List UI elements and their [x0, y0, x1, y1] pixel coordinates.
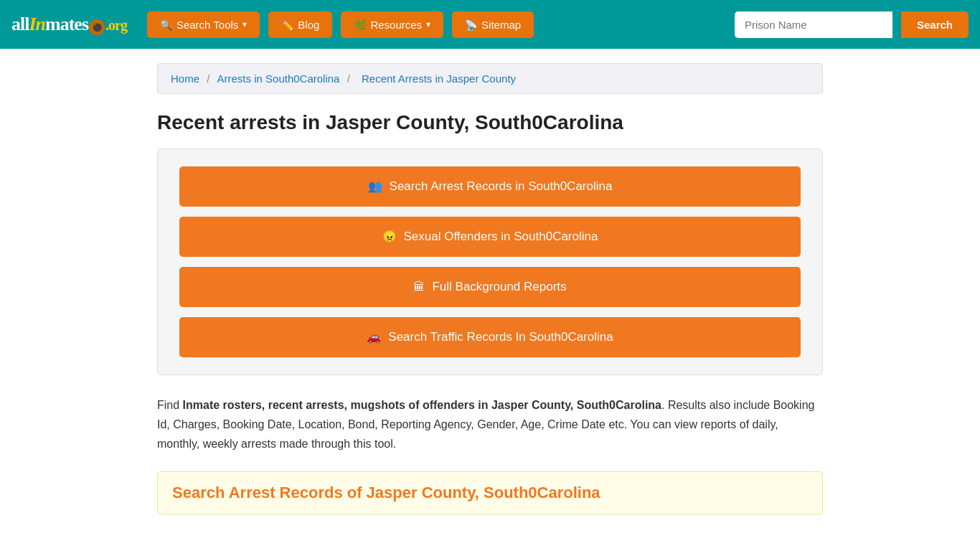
prison-search-button[interactable]: Search	[901, 11, 969, 38]
people-icon	[368, 179, 382, 194]
search-button-label: Search	[917, 19, 953, 31]
description-prefix: Find	[157, 399, 183, 411]
arrest-records-label: Search Arrest Records in South0Carolina	[390, 179, 613, 194]
blog-button[interactable]: Blog	[268, 11, 332, 38]
blog-icon	[281, 19, 293, 31]
car-icon	[367, 330, 381, 344]
blog-label: Blog	[298, 19, 319, 31]
full-background-reports-button[interactable]: Full Background Reports	[179, 267, 801, 307]
breadcrumb-sep2: /	[347, 72, 353, 85]
breadcrumb-arrests[interactable]: Arrests in South0Carolina	[217, 72, 340, 85]
traffic-records-button[interactable]: Search Traffic Records In South0Carolina	[179, 317, 801, 357]
traffic-records-label: Search Traffic Records In South0Carolina	[388, 330, 613, 344]
breadcrumb-home[interactable]: Home	[171, 72, 199, 85]
site-logo[interactable]: allInmates⚫.org	[11, 14, 127, 35]
search-tools-label: Search Tools	[176, 19, 238, 31]
search-tools-button[interactable]: Search Tools	[147, 11, 260, 38]
action-buttons-box: Search Arrest Records in South0Carolina …	[157, 149, 823, 375]
resources-icon	[354, 19, 366, 31]
sex-offenders-label: Sexual Offenders in South0Carolina	[404, 230, 598, 244]
description-paragraph: Find Inmate rosters, recent arrests, mug…	[157, 395, 823, 454]
search-icon	[160, 19, 172, 31]
description-bold: Inmate rosters, recent arrests, mugshots…	[183, 399, 661, 411]
resources-button[interactable]: Resources	[341, 11, 443, 38]
breadcrumb-current: Recent Arrests in Jasper County	[362, 72, 516, 85]
section-heading: Search Arrest Records of Jasper County, …	[157, 471, 823, 514]
background-reports-label: Full Background Reports	[432, 280, 566, 294]
main-content: Home / Arrests in South0Carolina / Recen…	[146, 49, 834, 529]
building-icon	[413, 280, 425, 294]
navbar: allInmates⚫.org Search Tools Blog Resour…	[0, 0, 980, 49]
prison-name-input[interactable]	[735, 11, 892, 38]
sitemap-button[interactable]: Sitemap	[452, 11, 534, 38]
section-heading-text: Search Arrest Records of Jasper County, …	[172, 484, 600, 501]
sitemap-icon	[465, 19, 477, 31]
angry-icon	[382, 230, 397, 244]
sexual-offenders-button[interactable]: Sexual Offenders in South0Carolina	[179, 217, 801, 257]
breadcrumb: Home / Arrests in South0Carolina / Recen…	[157, 63, 823, 94]
resources-label: Resources	[370, 19, 422, 31]
page-title: Recent arrests in Jasper County, South0C…	[157, 111, 823, 134]
sitemap-label: Sitemap	[481, 19, 521, 31]
search-arrest-records-button[interactable]: Search Arrest Records in South0Carolina	[179, 166, 801, 207]
breadcrumb-sep1: /	[207, 72, 212, 85]
